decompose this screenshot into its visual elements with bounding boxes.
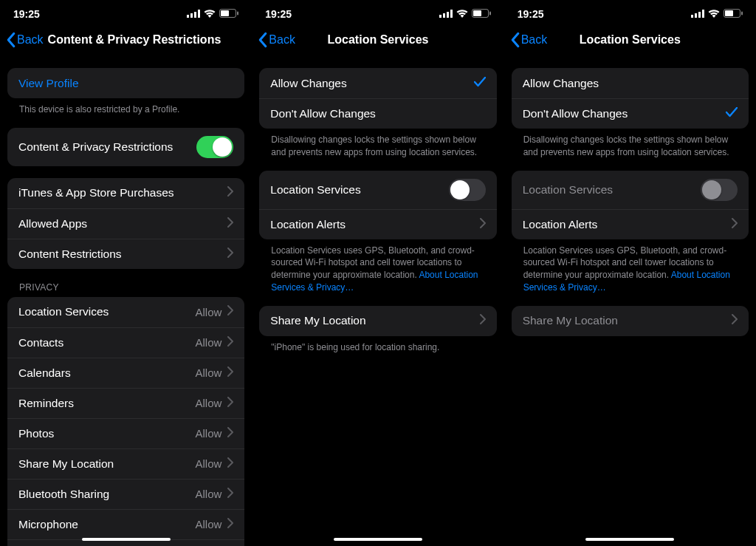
privacy-label: Bluetooth Sharing xyxy=(18,488,109,501)
dont-allow-changes-row[interactable]: Don't Allow Changes xyxy=(259,98,496,129)
privacy-value: Allow xyxy=(195,427,221,440)
row-right: Allow xyxy=(195,427,233,440)
nav-bar: Back Content & Privacy Restrictions xyxy=(0,24,252,56)
allow-changes-label: Allow Changes xyxy=(270,77,346,90)
home-indicator[interactable] xyxy=(585,538,674,542)
allow-changes-label: Allow Changes xyxy=(523,77,599,90)
svg-rect-13 xyxy=(489,12,491,16)
share-my-location-row[interactable]: Share My Location xyxy=(259,306,496,336)
content-privacy-toggle-row[interactable]: Content & Privacy Restrictions xyxy=(7,128,244,166)
status-time: 19:25 xyxy=(265,8,292,20)
allow-changes-row[interactable]: Allow Changes xyxy=(512,68,749,98)
privacy-row[interactable]: PhotosAllow xyxy=(7,418,244,448)
chevron-right-icon xyxy=(732,314,738,327)
svg-rect-5 xyxy=(221,10,229,16)
battery-icon xyxy=(724,8,743,20)
location-alerts-row[interactable]: Location Alerts xyxy=(512,209,749,239)
content: Allow Changes Don't Allow Changes Disall… xyxy=(252,56,504,546)
privacy-value: Allow xyxy=(195,457,221,470)
cp-label: Content & Privacy Restrictions xyxy=(18,140,173,154)
row-right: Allow xyxy=(195,305,233,318)
group-share: Share My Location xyxy=(512,306,749,336)
privacy-row[interactable]: MicrophoneAllow xyxy=(7,509,244,539)
row-right: Allow xyxy=(195,457,233,471)
status-time: 19:25 xyxy=(13,8,40,20)
row-right: Allow xyxy=(195,518,233,531)
back-label: Back xyxy=(17,33,44,47)
chevron-right-icon xyxy=(227,217,233,231)
svg-rect-0 xyxy=(187,15,189,18)
share-label: Share My Location xyxy=(270,314,365,327)
home-indicator[interactable] xyxy=(82,538,171,542)
allow-changes-row[interactable]: Allow Changes xyxy=(259,68,496,98)
changes-footer: Disallowing changes locks the settings s… xyxy=(259,129,496,159)
chevron-right-icon xyxy=(227,427,233,440)
privacy-row[interactable]: RemindersAllow xyxy=(7,388,244,418)
loc-footer: Location Services uses GPS, Bluetooth, a… xyxy=(259,239,496,294)
row-right: Allow xyxy=(195,366,233,380)
allowed-apps-row[interactable]: Allowed Apps xyxy=(7,208,244,239)
back-button[interactable]: Back xyxy=(6,32,44,48)
chevron-right-icon xyxy=(732,218,738,231)
privacy-value: Allow xyxy=(195,336,221,349)
svg-rect-1 xyxy=(190,13,193,18)
group-loc: Location Services Location Alerts xyxy=(512,171,749,239)
checkmark-icon xyxy=(726,107,738,120)
allowed-apps-label: Allowed Apps xyxy=(18,217,87,231)
share-label: Share My Location xyxy=(523,314,618,327)
svg-rect-14 xyxy=(691,15,693,18)
loc-footer: Location Services uses GPS, Bluetooth, a… xyxy=(512,239,749,294)
dont-allow-changes-row[interactable]: Don't Allow Changes xyxy=(512,98,749,129)
location-alerts-row[interactable]: Location Alerts xyxy=(259,209,496,239)
back-button[interactable]: Back xyxy=(510,32,548,48)
chevron-right-icon xyxy=(227,186,233,199)
status-bar: 19:25 xyxy=(504,0,756,24)
changes-footer: Disallowing changes locks the settings s… xyxy=(512,129,749,159)
privacy-row[interactable]: ContactsAllow xyxy=(7,327,244,358)
share-my-location-row[interactable]: Share My Location xyxy=(512,306,749,336)
group-store: iTunes & App Store Purchases Allowed App… xyxy=(7,178,244,269)
back-label: Back xyxy=(521,33,548,47)
profile-footer: This device is also restricted by a Prof… xyxy=(7,98,244,116)
location-services-toggle-row[interactable]: Location Services xyxy=(259,171,496,209)
privacy-row[interactable]: CalendarsAllow xyxy=(7,358,244,388)
privacy-label: Reminders xyxy=(18,397,74,410)
content-restrictions-row[interactable]: Content Restrictions xyxy=(7,239,244,269)
screen-location-dontallow: 19:25 Back Location Services Allow Chang… xyxy=(504,0,756,546)
svg-rect-16 xyxy=(698,12,701,18)
itunes-row[interactable]: iTunes & App Store Purchases xyxy=(7,178,244,208)
view-profile-row[interactable]: View Profile xyxy=(7,68,244,98)
privacy-row[interactable]: Bluetooth SharingAllow xyxy=(7,479,244,509)
group-share: Share My Location xyxy=(259,306,496,336)
content: Allow Changes Don't Allow Changes Disall… xyxy=(504,56,756,546)
loc-alerts-label: Location Alerts xyxy=(523,218,598,231)
share-footer: "iPhone" is being used for location shar… xyxy=(259,336,496,354)
privacy-value: Allow xyxy=(195,397,221,409)
chevron-right-icon xyxy=(227,336,233,349)
signal-icon xyxy=(187,8,200,20)
privacy-row[interactable]: Share My LocationAllow xyxy=(7,448,244,479)
content-privacy-toggle[interactable] xyxy=(196,136,233,158)
privacy-value: Allow xyxy=(195,306,221,318)
battery-icon xyxy=(472,8,491,20)
page-title: Content & Privacy Restrictions xyxy=(48,33,221,47)
dont-allow-changes-label: Don't Allow Changes xyxy=(270,107,376,120)
location-services-toggle[interactable] xyxy=(449,179,486,201)
privacy-label: Contacts xyxy=(18,336,63,349)
nav-bar: Back Location Services xyxy=(504,24,756,56)
status-bar: 19:25 xyxy=(252,0,504,24)
row-right: Allow xyxy=(195,336,233,349)
chevron-left-icon xyxy=(6,32,16,48)
privacy-value: Allow xyxy=(195,518,221,530)
chevron-right-icon xyxy=(227,397,233,410)
battery-icon xyxy=(219,8,238,20)
home-indicator[interactable] xyxy=(334,538,422,542)
signal-icon xyxy=(691,8,704,20)
privacy-label: Location Services xyxy=(18,305,109,318)
chevron-right-icon xyxy=(227,488,233,501)
svg-rect-9 xyxy=(447,12,449,18)
status-bar: 19:25 xyxy=(0,0,252,24)
back-button[interactable]: Back xyxy=(258,32,295,48)
chevron-right-icon xyxy=(227,518,233,531)
privacy-row[interactable]: Location ServicesAllow xyxy=(7,297,244,327)
